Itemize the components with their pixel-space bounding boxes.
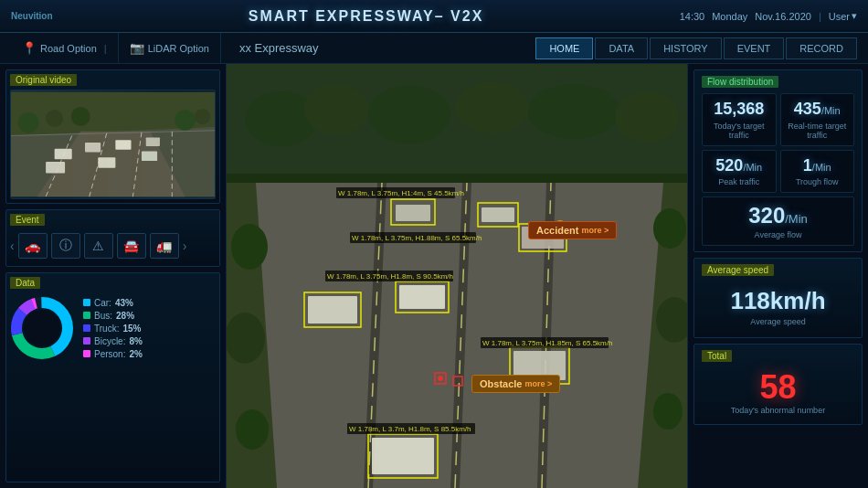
avg-speed-value: 118km/h	[702, 287, 854, 315]
accident-text: Accident	[536, 225, 578, 236]
event-truck-icon[interactable]: 🚛	[150, 233, 179, 259]
avg-flow-desc: Average flow	[708, 230, 848, 239]
accident-label[interactable]: Accident more >	[528, 221, 617, 239]
avg-speed-desc: Average speed	[702, 317, 854, 326]
flow-grid: 15,368 Today's target traffic 435/Min Re…	[702, 93, 854, 246]
user-menu[interactable]: User ▾	[829, 10, 857, 22]
event-car-icon[interactable]: 🚗	[18, 233, 48, 259]
truck-dot	[83, 324, 90, 332]
svg-point-31	[304, 84, 368, 135]
realtime-traffic-desc: Real-time target traffic	[787, 122, 849, 140]
header-date: Nov.16.2020	[755, 11, 811, 22]
video-section: Original video	[5, 69, 220, 204]
total-abnormal-value: 58	[702, 371, 854, 404]
road-camera-view	[11, 90, 215, 198]
svg-rect-63	[308, 296, 357, 324]
svg-rect-11	[146, 137, 160, 146]
svg-rect-13	[98, 157, 115, 167]
svg-point-50	[236, 409, 269, 450]
trough-flow-desc: Trough flow	[787, 177, 849, 186]
stat-trough-flow: 1/Min Trough flow	[780, 150, 855, 194]
svg-point-16	[46, 110, 63, 127]
svg-point-35	[615, 91, 679, 143]
svg-point-69	[438, 376, 443, 381]
svg-text:W 1.78m, L 3.75m, H1.85m, S 65: W 1.78m, L 3.75m, H1.85m, S 65.5km/h	[482, 339, 612, 347]
bus-value: 28%	[116, 311, 134, 321]
event-section: Event ‹ 🚗 ⓘ ⚠ 🚘 🚛 ›	[5, 209, 220, 267]
car-value: 43%	[115, 298, 133, 308]
svg-text:W 1.78m, L 3.7m, H1.8m, S 85.5: W 1.78m, L 3.7m, H1.8m, S 85.5km/h	[349, 425, 471, 433]
car-dot	[83, 299, 90, 306]
svg-point-19	[195, 109, 210, 124]
video-label: Original video	[10, 74, 77, 86]
tab-data[interactable]: DATA	[595, 37, 648, 59]
svg-point-17	[71, 107, 90, 126]
lidar-option-button[interactable]: 📷 LiDAR Option	[119, 33, 221, 63]
map-canvas: W 1.78m, L 3.75m, H1:4m, S 45.5km/h W 1.…	[227, 64, 687, 488]
stat-avg-flow: 320/Min Average flow	[702, 196, 854, 246]
tab-record[interactable]: RECORD	[786, 37, 857, 59]
event-info-icon[interactable]: ⓘ	[51, 233, 80, 259]
svg-point-18	[175, 110, 196, 131]
event-warning-icon[interactable]: ⚠	[84, 233, 113, 259]
tab-history[interactable]: HISTORY	[650, 37, 722, 59]
svg-point-51	[653, 208, 686, 249]
data-content: Car: 43% Bus: 28% Truck: 15%	[10, 292, 216, 364]
obstacle-label[interactable]: Obstacle more >	[471, 375, 560, 393]
center-map: W 1.78m, L 3.75m, H1:4m, S 45.5km/h W 1.…	[227, 64, 687, 488]
svg-rect-55	[396, 205, 430, 221]
road-map-svg: W 1.78m, L 3.75m, H1:4m, S 45.5km/h W 1.…	[227, 64, 687, 488]
tab-home[interactable]: HOME	[535, 37, 593, 59]
header: Neuvition SMART EXPRESSWAY– V2X 14:30 Mo…	[0, 0, 868, 33]
speed-label: Average speed	[702, 264, 774, 276]
total-label: Total	[702, 350, 732, 362]
svg-point-34	[528, 84, 619, 139]
road-option-button[interactable]: 📍 Road Option |	[11, 33, 119, 63]
bus-dot	[83, 312, 90, 319]
svg-point-33	[455, 82, 528, 133]
svg-text:W 1.78m, L 3.75m, H1:4m, S 45.: W 1.78m, L 3.75m, H1:4m, S 45.5km/h	[338, 189, 464, 197]
data-label: Data	[10, 277, 40, 289]
peak-traffic-value: 520/Min	[708, 156, 770, 176]
svg-rect-14	[142, 152, 157, 161]
page-title: SMART EXPRESSWAY– V2X	[249, 8, 483, 25]
svg-point-32	[368, 85, 450, 143]
flow-label: Flow distribution	[702, 76, 778, 88]
bicycle-label: Bicycle:	[94, 336, 125, 346]
svg-text:W 1.78m, L 3.75m, H1.88m, S 65: W 1.78m, L 3.75m, H1.88m, S 65.5km/h	[352, 234, 482, 242]
svg-rect-8	[55, 149, 72, 159]
stat-today-traffic: 15,368 Today's target traffic	[702, 93, 777, 146]
bicycle-value: 8%	[129, 336, 142, 346]
total-abnormal-desc: Today's abnormal number	[702, 406, 854, 415]
truck-label: Truck:	[94, 324, 119, 334]
camera-icon: 📷	[130, 41, 144, 55]
lidar-option-label: LiDAR Option	[148, 43, 209, 54]
bus-label: Bus:	[94, 311, 112, 321]
obstacle-more: more >	[524, 379, 552, 388]
logo: Neuvition	[11, 11, 53, 21]
car-label: Car:	[94, 298, 111, 308]
location-icon: 📍	[22, 41, 37, 55]
realtime-traffic-value: 435/Min	[787, 100, 849, 120]
next-event-button[interactable]: ›	[183, 239, 187, 253]
video-feed	[10, 90, 216, 199]
header-day: Monday	[712, 11, 747, 22]
svg-rect-57	[482, 207, 514, 222]
event-collision-icon[interactable]: 🚘	[117, 233, 146, 259]
legend-car: Car: 43%	[83, 298, 143, 308]
tab-event[interactable]: EVENT	[724, 37, 785, 59]
donut-chart	[10, 296, 74, 360]
svg-rect-65	[399, 285, 445, 309]
left-panel: Original video	[0, 64, 227, 488]
svg-rect-9	[85, 143, 101, 152]
header-time: 14:30	[680, 11, 705, 22]
right-panel: Flow distribution 15,368 Today's target …	[687, 64, 868, 488]
main-layout: Original video	[0, 64, 868, 488]
svg-point-49	[227, 313, 265, 364]
stat-peak-traffic: 520/Min Peak traffic	[702, 150, 777, 194]
prev-event-button[interactable]: ‹	[10, 239, 15, 253]
svg-rect-72	[372, 438, 434, 474]
legend-person: Person: 2%	[83, 349, 143, 359]
svg-rect-10	[115, 140, 131, 149]
bicycle-dot	[83, 337, 90, 345]
